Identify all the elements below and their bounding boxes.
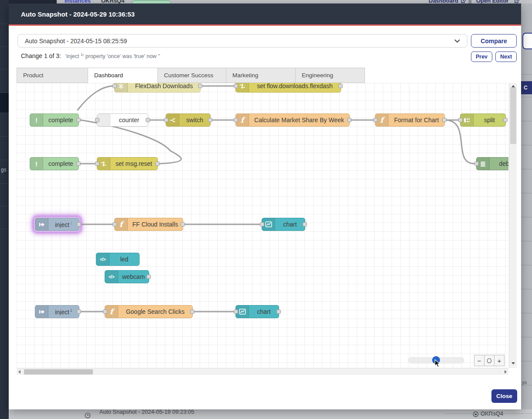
output-port[interactable] [155,161,160,166]
input-port[interactable] [458,118,463,122]
output-port[interactable] [303,222,307,227]
output-port[interactable] [503,118,508,122]
flow-canvas[interactable]: FlexDash Downloadsset flow.downloads.fle… [17,83,508,368]
input-port[interactable] [164,118,168,122]
output-port[interactable] [181,222,185,227]
node-label: led [109,256,139,263]
breadcrumb-instances[interactable]: Instances [65,0,91,3]
node-label: chart [275,221,305,228]
background-snapshot-label: Auto Snapshot - 2024-05-19 09:23:05 [99,409,194,415]
node-label: set msg.reset [110,160,157,167]
flow-node-debug[interactable]: debug [476,157,508,170]
flow-node-counter[interactable]: counter [97,113,148,127]
output-port[interactable] [338,84,343,88]
flow-node-complete-1[interactable]: !complete [30,113,79,127]
flow-node-complete-2[interactable]: !complete [30,157,79,170]
open-editor-link[interactable]: Open Editor [476,0,508,3]
tab-dashboard[interactable]: Dashboard [88,68,158,83]
output-port[interactable] [77,309,81,314]
sidebar-item-settings-fragment[interactable]: gs [1,167,7,173]
sidebar-selected-item[interactable] [0,93,9,113]
vertical-scrollbar-thumb[interactable] [510,87,516,144]
scroll-down-arrow-icon[interactable] [512,362,515,364]
scroll-right-arrow-icon[interactable] [505,370,507,374]
input-port[interactable] [260,222,264,227]
node-label: inject1 [48,221,79,228]
background-bottom-row: Auto Snapshot - 2024-05-19 09:23:05 OKRs… [9,409,532,419]
output-port[interactable] [146,118,150,122]
code-icon: </> [96,253,109,265]
output-port[interactable] [442,118,447,122]
scroll-left-arrow-icon[interactable] [18,370,20,374]
snapshot-diff-modal: Auto Snapshot - 2024-05-29 10:36:53 Auto… [9,3,521,409]
flow-node-set-flow-downloads-flexdash[interactable]: set flow.downloads.flexdash [235,83,341,93]
tab-product[interactable]: Product [17,68,88,83]
input-port[interactable] [234,309,238,314]
output-port[interactable] [208,118,212,122]
flow-node-format-for-chart[interactable]: fFormat for Chart [375,113,445,127]
output-port[interactable] [276,309,281,314]
input-port[interactable] [113,222,117,227]
node-label: Google Search Clicks [118,308,192,315]
flow-node-set-msg-reset[interactable]: set msg.reset [97,157,158,170]
node-label: FF Cloud Installs [128,221,183,228]
zoom-reset-button[interactable] [484,355,494,366]
link-divider: || [468,0,471,3]
input-port[interactable] [373,118,378,122]
horizontal-scrollbar[interactable] [17,368,508,375]
input-port[interactable] [234,118,238,122]
breadcrumb-instance-name: OKRsQ4 [101,0,124,3]
output-port[interactable] [77,222,81,227]
input-port[interactable] [474,161,479,166]
input-port[interactable] [95,161,99,166]
node-label: inject1 [48,308,79,316]
zoom-out-button[interactable]: − [474,355,484,366]
output-port[interactable] [76,161,81,166]
flow-node-webcam[interactable]: </>webcam [105,270,149,283]
snapshot-select[interactable]: Auto Snapshot - 2024-05-15 08:25:59 [17,34,467,48]
tab-engineering[interactable]: Engineering [295,68,365,83]
input-port[interactable] [234,84,238,88]
output-port[interactable] [198,84,202,88]
close-button[interactable]: Close [491,389,517,403]
flow-node-ff-cloud-installs[interactable]: fFF Cloud Installs [114,218,183,231]
flow-node-inject-1[interactable]: inject1 [35,218,79,231]
flow-node-flexdash-downloads[interactable]: FlexDash Downloads [114,83,201,93]
change-summary: Change 1 of 3: 'inject 1' property 'once… [21,52,160,59]
tab-marketing[interactable]: Marketing [226,68,296,83]
node-label: chart [249,308,279,315]
dashboard-link[interactable]: Dashboard [429,0,458,3]
output-port[interactable] [190,309,194,314]
flow-node-google-search-clicks[interactable]: fGoogle Search Clicks [105,305,193,318]
output-port[interactable] [147,275,151,279]
output-port[interactable] [347,118,351,122]
flow-node-calculate-market-share[interactable]: fCalculate Market Share By Week [235,113,350,127]
flow-node-chart-2[interactable]: chart [235,305,279,318]
input-port[interactable] [113,84,117,88]
flow-node-inject-2[interactable]: inject1 [35,305,79,318]
flow-node-switch[interactable]: switch [166,113,211,127]
vertical-scrollbar[interactable] [509,83,517,368]
prev-change-button[interactable]: Prev [471,52,492,62]
zoom-controls: − + [474,355,505,366]
node-label: switch [179,117,210,124]
flow-node-split[interactable]: split [460,113,506,127]
flow-node-chart-1[interactable]: chart [262,218,305,231]
flow-tabs: ProductDashboardCustomer SuccessMarketin… [17,68,365,83]
input-port[interactable] [103,309,107,314]
background-right-panel: C ys [521,3,532,409]
node-label: split [474,117,505,124]
tab-customer-success[interactable]: Customer Success [157,68,226,83]
horizontal-scrollbar-thumb[interactable] [24,369,93,374]
output-port[interactable] [76,118,81,122]
next-change-button[interactable]: Next [495,52,517,62]
snapshot-select-value: Auto Snapshot - 2024-05-15 08:25:59 [25,38,454,45]
node-label: set flow.downloads.flexdash [249,83,341,89]
zoom-reset-icon [487,358,491,363]
zoom-in-button[interactable]: + [494,355,505,366]
input-port[interactable] [95,118,99,122]
external-link-icon [461,0,466,3]
flow-node-led[interactable]: </>led [96,253,140,266]
compare-button[interactable]: Compare [471,34,517,48]
modal-header: Auto Snapshot - 2024-05-29 10:36:53 [9,3,521,24]
